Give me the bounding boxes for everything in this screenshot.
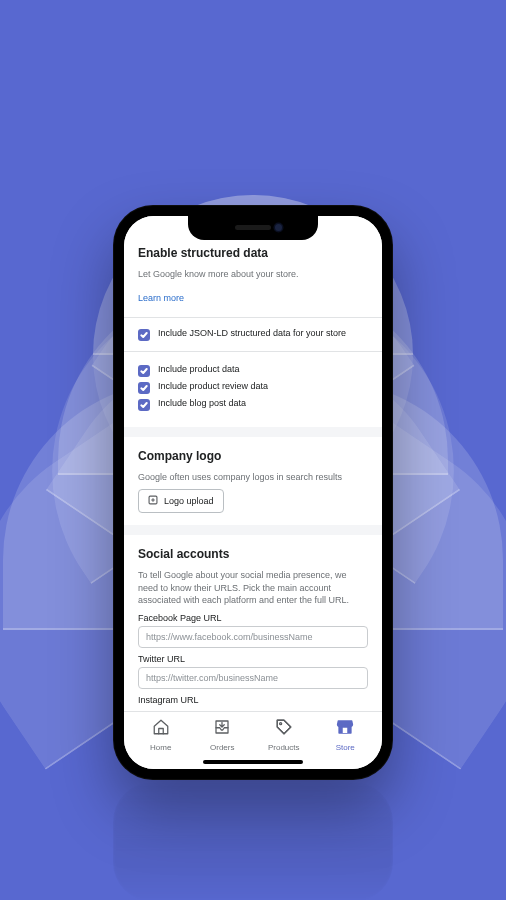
checkbox-label: Include blog post data <box>158 398 246 408</box>
svg-point-1 <box>279 723 281 725</box>
checkbox-label: Include product data <box>158 364 240 374</box>
checkmark-icon <box>138 329 150 341</box>
structured-data-desc: Let Google know more about your store. <box>138 268 368 281</box>
upload-icon <box>148 495 158 507</box>
twitter-label: Twitter URL <box>138 654 368 664</box>
svg-rect-2 <box>343 728 348 733</box>
store-icon <box>336 718 354 740</box>
tab-label: Orders <box>210 743 234 752</box>
inbox-icon <box>213 718 231 740</box>
tab-home[interactable]: Home <box>130 718 192 752</box>
home-icon <box>152 718 170 740</box>
checkbox-label: Include JSON-LD structured data for your… <box>158 328 346 338</box>
logo-upload-button[interactable]: Logo upload <box>138 489 224 513</box>
scroll-content[interactable]: Enable structured data Let Google know m… <box>124 216 382 711</box>
phone-screen: Enable structured data Let Google know m… <box>124 216 382 769</box>
twitter-url-input[interactable] <box>138 667 368 689</box>
tab-store[interactable]: Store <box>315 718 377 752</box>
phone-notch <box>188 216 318 240</box>
company-logo-desc: Google often uses company logos in searc… <box>138 471 368 484</box>
logo-upload-label: Logo upload <box>164 496 214 506</box>
social-title: Social accounts <box>138 547 368 561</box>
tab-label: Home <box>150 743 171 752</box>
home-indicator <box>203 760 303 764</box>
checkbox-label: Include product review data <box>158 381 268 391</box>
section-structured-data: Enable structured data Let Google know m… <box>124 216 382 427</box>
tab-orders[interactable]: Orders <box>192 718 254 752</box>
checkmark-icon <box>138 399 150 411</box>
checkbox-product-data[interactable]: Include product data <box>138 362 368 379</box>
company-logo-title: Company logo <box>138 449 368 463</box>
checkbox-blog-post-data[interactable]: Include blog post data <box>138 396 368 413</box>
phone-frame: Enable structured data Let Google know m… <box>113 205 393 780</box>
tab-label: Store <box>336 743 355 752</box>
checkbox-product-review-data[interactable]: Include product review data <box>138 379 368 396</box>
section-company-logo: Company logo Google often uses company l… <box>124 437 382 526</box>
tab-products[interactable]: Products <box>253 718 315 752</box>
checkmark-icon <box>138 382 150 394</box>
structured-data-title: Enable structured data <box>138 246 368 260</box>
instagram-label: Instagram URL <box>138 695 368 705</box>
tab-label: Products <box>268 743 300 752</box>
checkbox-json-ld[interactable]: Include JSON-LD structured data for your… <box>124 318 382 351</box>
checkmark-icon <box>138 365 150 377</box>
section-social-accounts: Social accounts To tell Google about you… <box>124 535 382 711</box>
social-desc: To tell Google about your social media p… <box>138 569 368 607</box>
facebook-label: Facebook Page URL <box>138 613 368 623</box>
tag-icon <box>275 718 293 740</box>
learn-more-link[interactable]: Learn more <box>138 293 184 303</box>
phone-reflection <box>113 782 393 900</box>
facebook-url-input[interactable] <box>138 626 368 648</box>
